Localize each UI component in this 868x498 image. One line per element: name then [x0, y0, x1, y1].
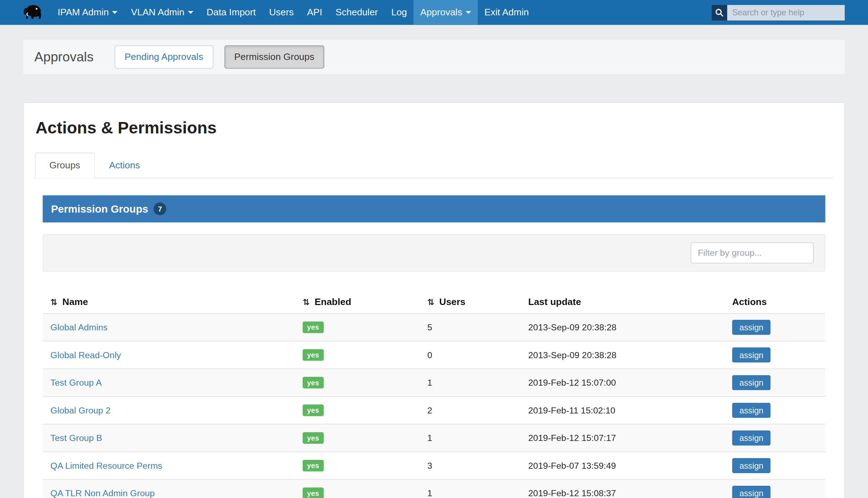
panel-body: ⇅Name ⇅Enabled ⇅Users Last update: [43, 223, 826, 498]
users-count: 5: [420, 314, 521, 341]
nav-item-label: Scheduler: [335, 7, 378, 18]
nav-item-label: IPAM Admin: [58, 7, 109, 18]
assign-button[interactable]: assign: [732, 458, 771, 473]
column-header-label: Last update: [528, 296, 581, 307]
toolbar-title: Approvals: [34, 49, 94, 65]
enabled-badge: yes: [303, 460, 324, 472]
caret-down-icon: [188, 11, 193, 14]
column-header-label: Actions: [732, 296, 767, 307]
last-update: 2019-Feb-12 15:07:00: [520, 369, 725, 397]
column-header-actions: Actions: [725, 291, 826, 314]
table-row: Global Admins yes 5 2013-Sep-09 20:38:28…: [43, 314, 826, 341]
group-count-badge: 7: [154, 203, 167, 215]
enabled-badge: yes: [303, 488, 324, 498]
panel-heading: Permission Groups 7: [43, 195, 826, 223]
group-name-link[interactable]: QA Limited Resource Perms: [50, 461, 162, 470]
last-update: 2019-Feb-12 15:07:17: [520, 424, 725, 452]
pending-approvals-button[interactable]: Pending Approvals: [115, 45, 213, 68]
nav-item-approvals[interactable]: Approvals: [414, 0, 478, 25]
panel-title: Permission Groups: [51, 203, 148, 215]
nav-item-label: Data Import: [207, 7, 256, 18]
users-count: 1: [420, 424, 521, 452]
enabled-badge: yes: [303, 349, 324, 361]
nav-item-exit-admin[interactable]: Exit Admin: [478, 0, 535, 25]
permission-groups-button[interactable]: Permission Groups: [224, 45, 324, 68]
tab-actions[interactable]: Actions: [95, 153, 154, 178]
group-name-link[interactable]: Global Group 2: [50, 405, 111, 415]
column-header-label: Enabled: [314, 296, 351, 307]
nav-item-label: VLAN Admin: [131, 7, 185, 18]
users-count: 3: [420, 452, 521, 479]
column-header-users[interactable]: ⇅Users: [420, 291, 521, 314]
assign-button[interactable]: assign: [732, 403, 771, 418]
users-count: 1: [420, 369, 521, 397]
nav-item-vlan-admin[interactable]: VLAN Admin: [124, 0, 200, 25]
users-count: 0: [420, 341, 521, 369]
tab-groups[interactable]: Groups: [35, 153, 95, 178]
navbar-search: [712, 5, 845, 20]
nav-item-data-import[interactable]: Data Import: [200, 0, 262, 25]
caret-down-icon: [465, 11, 471, 14]
users-count: 2: [420, 396, 521, 424]
column-header-enabled[interactable]: ⇅Enabled: [295, 291, 419, 314]
nav-item-label: Users: [269, 7, 294, 18]
assign-button[interactable]: assign: [732, 347, 771, 362]
top-navbar: IPAM Admin VLAN Admin Data Import Users …: [0, 0, 868, 25]
nav-item-log[interactable]: Log: [385, 0, 414, 25]
viewport: IPAM Admin VLAN Admin Data Import Users …: [0, 0, 868, 498]
last-update: 2019-Feb-07 13:59:49: [520, 452, 725, 479]
nav-item-api[interactable]: API: [301, 0, 329, 25]
caret-down-icon: [112, 11, 118, 14]
nav-item-label: Log: [391, 7, 407, 18]
nav-item-ipam-admin[interactable]: IPAM Admin: [51, 0, 124, 25]
table-row: QA Limited Resource Perms yes 3 2019-Feb…: [43, 452, 826, 479]
table-row: Global Group 2 yes 2 2019-Feb-11 15:02:1…: [43, 396, 826, 424]
enabled-badge: yes: [303, 377, 324, 388]
table-row: Test Group B yes 1 2019-Feb-12 15:07:17 …: [43, 424, 826, 452]
actions-permissions-card: Actions & Permissions Groups Actions Per…: [23, 102, 845, 498]
column-header-name[interactable]: ⇅Name: [43, 291, 295, 314]
filter-by-group-input[interactable]: [691, 242, 814, 263]
search-input[interactable]: [727, 5, 845, 20]
table-header-row: ⇅Name ⇅Enabled ⇅Users Last update: [43, 291, 826, 314]
column-header-label: Name: [62, 296, 88, 307]
table-row: QA TLR Non Admin Group yes 1 2019-Feb-12…: [43, 479, 826, 498]
users-count: 1: [420, 479, 521, 498]
permission-groups-panel: Permission Groups 7 ⇅Name: [43, 195, 826, 498]
table-row: Global Read-Only yes 0 2013-Sep-09 20:38…: [43, 341, 826, 369]
group-name-link[interactable]: Global Admins: [50, 322, 107, 332]
page-title: Actions & Permissions: [35, 118, 833, 137]
nav-item-label: API: [307, 7, 322, 18]
nav-item-scheduler[interactable]: Scheduler: [329, 0, 384, 25]
assign-button[interactable]: assign: [732, 320, 771, 335]
group-name-link[interactable]: QA TLR Non Admin Group: [50, 488, 155, 498]
nav-item-users[interactable]: Users: [262, 0, 300, 25]
table-row: Test Group A yes 1 2019-Feb-12 15:07:00 …: [43, 369, 826, 397]
assign-button[interactable]: assign: [732, 375, 771, 390]
last-update: 2019-Feb-12 15:08:37: [520, 479, 725, 498]
group-name-link[interactable]: Test Group B: [50, 433, 102, 442]
search-icon: [712, 5, 727, 20]
column-header-last-update: Last update: [520, 291, 725, 314]
group-name-link[interactable]: Global Read-Only: [50, 350, 121, 359]
approvals-toolbar: Approvals Pending Approvals Permission G…: [23, 40, 845, 74]
tab-bar: Groups Actions: [35, 153, 833, 178]
last-update: 2019-Feb-11 15:02:10: [520, 396, 725, 424]
mammoth-logo-icon: [23, 3, 42, 22]
enabled-badge: yes: [303, 432, 324, 444]
enabled-badge: yes: [303, 321, 324, 333]
nav-item-label: Exit Admin: [484, 7, 529, 18]
group-name-link[interactable]: Test Group A: [50, 378, 102, 387]
last-update: 2013-Sep-09 20:38:28: [520, 341, 725, 369]
enabled-badge: yes: [303, 405, 324, 416]
assign-button[interactable]: assign: [732, 431, 771, 446]
permission-groups-table: ⇅Name ⇅Enabled ⇅Users Last update: [43, 291, 826, 498]
assign-button[interactable]: assign: [732, 486, 771, 498]
table-filter-bar: [43, 234, 826, 271]
nav-item-label: Approvals: [420, 7, 462, 18]
sort-icon: ⇅: [303, 297, 310, 307]
sort-icon: ⇅: [50, 297, 57, 307]
sort-icon: ⇅: [427, 297, 434, 307]
last-update: 2013-Sep-09 20:38:28: [520, 314, 725, 341]
phpipam-logo[interactable]: [22, 0, 51, 25]
